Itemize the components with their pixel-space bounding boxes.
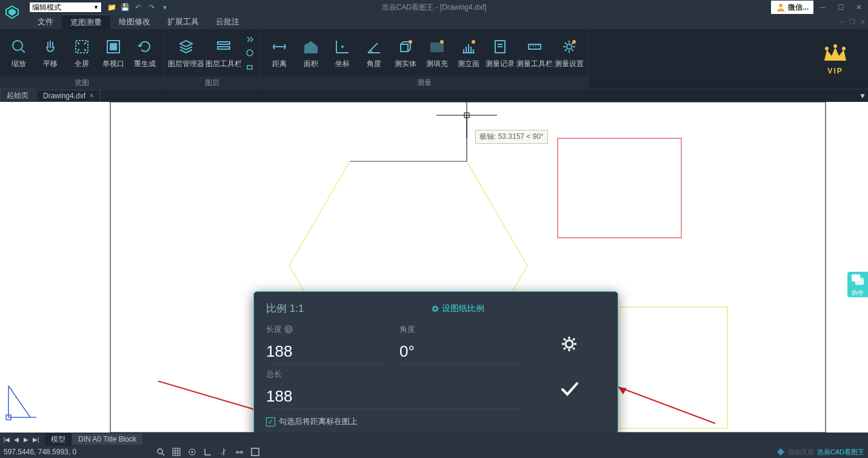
svg-rect-48 <box>855 278 864 285</box>
ribbon-group-measure: 距离 面积 坐标 角度 测实体 测填充 测立面 测量记录 测量工具栏 测量设置 … <box>261 29 589 88</box>
qat-open-icon[interactable]: 📁 <box>107 2 116 12</box>
area-icon <box>301 37 321 56</box>
doc-tabs-dropdown[interactable]: ▼ <box>857 92 868 100</box>
pan-icon <box>41 37 60 56</box>
qat-undo-icon[interactable]: ↶ <box>133 2 143 12</box>
coord-icon <box>333 37 352 56</box>
minimize-button[interactable]: ─ <box>813 1 832 14</box>
window-title: 浩辰CAD看图王 - [Drawing4.dxf] <box>382 2 487 13</box>
measure-settings-button[interactable]: 测量设置 <box>554 32 584 74</box>
menu-cloud-annot[interactable]: 云批注 <box>207 15 248 29</box>
layer-freeze-icon[interactable] <box>244 47 255 58</box>
distance-button[interactable]: 距离 <box>264 32 295 74</box>
menu-view-measure[interactable]: 览图测量 <box>62 15 110 30</box>
confirm-button[interactable] <box>558 377 581 400</box>
record-button[interactable]: 测量记录 <box>485 32 515 74</box>
doc-tab-start[interactable]: 起始页 <box>0 89 35 103</box>
svg-point-15 <box>341 45 344 48</box>
fullscreen-icon <box>72 37 92 56</box>
svg-point-3 <box>13 41 22 50</box>
layer-manager-button[interactable]: 图层管理器 <box>168 32 204 74</box>
fill-button[interactable]: 测填充 <box>422 32 452 74</box>
solid-button[interactable]: 测实体 <box>390 32 421 74</box>
layer-on-icon[interactable] <box>244 34 255 45</box>
layout-next-icon[interactable]: ▶ <box>22 436 30 443</box>
menu-draw-edit[interactable]: 绘图修改 <box>110 15 159 29</box>
qat-save-icon[interactable]: 💾 <box>120 2 130 12</box>
menu-file[interactable]: 文件 <box>29 15 62 29</box>
status-lineweight-icon[interactable] <box>250 446 261 457</box>
label-on-drawing-checkbox[interactable]: ✓ <box>266 417 275 426</box>
collab-button[interactable]: 协作 <box>847 272 868 297</box>
qat-more-icon[interactable]: ▾ <box>160 2 170 12</box>
vip-label: VIP <box>827 67 843 75</box>
close-button[interactable]: ✕ <box>850 1 868 14</box>
app-logo[interactable] <box>0 0 24 24</box>
menu-ext-tools[interactable]: 扩展工具 <box>159 15 207 29</box>
viewport-icon <box>104 37 123 56</box>
layout-tab-model[interactable]: 模型 <box>45 433 72 446</box>
measure-ratio: 比例 1:1 <box>266 301 304 315</box>
layout-prev-icon[interactable]: ◀ <box>12 436 21 443</box>
pan-button[interactable]: 平移 <box>35 32 65 74</box>
document-tabs: 起始页 Drawing4.dxf✕ ▼ <box>0 89 868 102</box>
coord-button[interactable]: 坐标 <box>327 32 358 74</box>
popup-settings-button[interactable] <box>558 332 581 355</box>
svg-point-32 <box>833 44 837 48</box>
doc-tab-current[interactable]: Drawing4.dxf✕ <box>36 90 101 102</box>
regen-button[interactable]: 重生成 <box>130 32 160 74</box>
measure-popup: 比例 1:1 设图纸比例 长度? 角度 188 0° 总长 188 ✓ 勾选后将… <box>253 291 618 437</box>
section-icon <box>459 37 478 56</box>
total-label: 总长 <box>266 369 390 380</box>
svg-point-53 <box>433 307 437 311</box>
status-polar-icon[interactable] <box>218 446 229 457</box>
svg-point-54 <box>566 340 573 348</box>
mdi-restore-icon[interactable]: ❐ <box>849 18 855 26</box>
qat-redo-icon[interactable]: ↷ <box>147 2 156 12</box>
status-ortho-icon[interactable] <box>202 446 213 457</box>
set-ratio-link[interactable]: 设图纸比例 <box>431 303 484 314</box>
crown-icon <box>821 42 850 67</box>
length-label: 长度? <box>266 324 390 335</box>
layer-toolbar-button[interactable]: 图层工具栏 <box>205 32 242 74</box>
single-viewport-button[interactable]: 单视口 <box>98 32 129 74</box>
svg-rect-36 <box>618 307 727 428</box>
mode-select[interactable]: 编辑模式 ▼ <box>29 2 102 13</box>
layout-first-icon[interactable]: |◀ <box>2 436 11 443</box>
vip-badge[interactable]: VIP <box>803 29 868 88</box>
mdi-close-icon[interactable]: ✕ <box>860 18 866 26</box>
section-button[interactable]: 测立面 <box>453 32 484 74</box>
layout-tab-titleblock[interactable]: DIN A0 Title Block <box>72 434 142 445</box>
menu-bar: 文件 览图测量 绘图修改 扩展工具 云批注 ─ ❐ ✕ <box>0 15 868 29</box>
area-button[interactable]: 面积 <box>296 32 326 74</box>
svg-line-56 <box>162 453 164 456</box>
help-icon[interactable]: ? <box>284 325 293 334</box>
group-measure-label: 测量 <box>261 76 588 90</box>
maximize-button[interactable]: ☐ <box>832 1 850 14</box>
tab-close-icon[interactable]: ✕ <box>89 92 94 99</box>
layout-last-icon[interactable]: ▶| <box>32 436 40 443</box>
checkbox-label: 勾选后将距离标在图上 <box>279 416 358 427</box>
angle-button[interactable]: 角度 <box>359 32 389 74</box>
mode-select-label: 编辑模式 <box>32 2 61 13</box>
zoom-button[interactable]: 缩放 <box>4 32 34 74</box>
fill-icon <box>427 37 447 56</box>
mdi-minimize-icon[interactable]: ─ <box>840 18 844 26</box>
status-osnap-icon[interactable] <box>234 446 245 457</box>
svg-point-29 <box>567 44 572 49</box>
status-snap-icon[interactable] <box>187 446 198 457</box>
title-bar: 编辑模式 ▼ 📁 💾 ↶ ↷ ▾ 浩辰CAD看图王 - [Drawing4.dx… <box>0 0 868 15</box>
layer-lock-icon[interactable] <box>244 61 255 72</box>
angle-value: 0° <box>399 340 523 364</box>
angle-icon <box>364 37 384 56</box>
account-badge[interactable]: 微信... <box>771 1 813 14</box>
status-grid-icon[interactable] <box>171 446 182 457</box>
svg-rect-57 <box>173 448 180 456</box>
svg-rect-24 <box>529 44 541 49</box>
brand-footer: 自由互联 浩辰CAD看图王 <box>776 447 864 457</box>
fullscreen-button[interactable]: 全屏 <box>67 32 97 74</box>
measure-toolbar-button[interactable]: 测量工具栏 <box>516 32 553 74</box>
brand-icon <box>776 447 786 457</box>
status-zoom-icon[interactable] <box>155 446 166 457</box>
regen-icon <box>135 37 155 56</box>
